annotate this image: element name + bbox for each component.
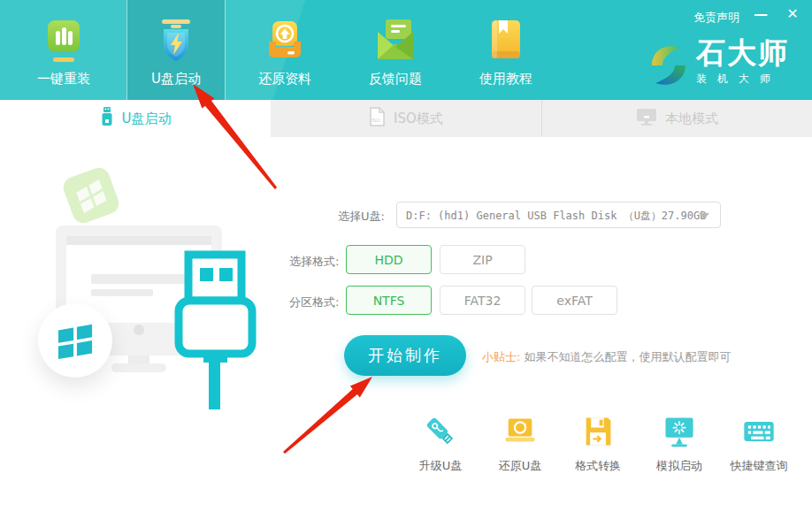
restore-tray-icon bbox=[264, 18, 306, 67]
nav-item-feedback[interactable]: 反馈问题 bbox=[347, 0, 444, 100]
tab-usb-boot[interactable]: U盘启动 bbox=[0, 100, 271, 137]
brand-tagline: 装机大师 bbox=[696, 72, 789, 87]
partition-label: 分区格式: bbox=[289, 294, 339, 310]
windows-tile-illustration bbox=[60, 164, 121, 225]
minimize-button[interactable]: — bbox=[750, 5, 771, 22]
tip-text: 如果不知道怎么配置，使用默认配置即可 bbox=[525, 350, 732, 363]
tool-label: 模拟启动 bbox=[640, 458, 719, 474]
tool-format-convert[interactable]: 格式转换 bbox=[558, 414, 638, 474]
chart-bars-icon bbox=[42, 18, 85, 67]
tip-label: 小贴士: bbox=[482, 350, 520, 363]
windows-logo-badge bbox=[38, 303, 112, 378]
tab-iso-mode[interactable]: ISO ISO模式 bbox=[271, 100, 541, 137]
start-create-button[interactable]: 开始制作 bbox=[344, 335, 466, 376]
tool-label: 快捷键查询 bbox=[719, 458, 799, 474]
format-option-hdd[interactable]: HDD bbox=[346, 245, 432, 274]
brand-logo: 石大师 装机大师 bbox=[648, 37, 789, 96]
tool-hotkey-lookup[interactable]: 快捷键查询 bbox=[719, 414, 799, 474]
nav-item-label: 使用教程 bbox=[479, 71, 532, 88]
nav-item-label: 一键重装 bbox=[37, 71, 90, 88]
nav-item-label: 还原资料 bbox=[258, 71, 311, 88]
usb-plug-illustration bbox=[172, 248, 261, 416]
partition-option-ntfs[interactable]: NTFS bbox=[346, 286, 432, 315]
iso-file-icon: ISO bbox=[369, 106, 386, 131]
nav-item-reinstall[interactable]: 一键重装 bbox=[15, 0, 112, 100]
usb-upgrade-icon bbox=[423, 436, 458, 453]
disclaimer-link[interactable]: 免责声明 bbox=[693, 10, 739, 26]
tool-label: 格式转换 bbox=[558, 458, 638, 474]
nav-item-label: 反馈问题 bbox=[369, 71, 422, 88]
tab-local-mode[interactable]: 本地模式 bbox=[541, 100, 812, 137]
nav-item-tutorial[interactable]: 使用教程 bbox=[457, 0, 555, 100]
brand-name: 石大师 bbox=[696, 37, 789, 69]
floppy-convert-icon bbox=[580, 436, 616, 453]
format-label: 选择格式: bbox=[289, 254, 339, 270]
format-option-zip[interactable]: ZIP bbox=[440, 245, 525, 274]
tab-label: 本地模式 bbox=[665, 111, 718, 127]
keyboard-icon bbox=[741, 436, 777, 453]
tool-label: 还原U盘 bbox=[480, 458, 560, 474]
tab-label: ISO模式 bbox=[394, 111, 443, 127]
laptop-restore-icon bbox=[502, 436, 538, 453]
mode-tabbar: U盘启动 ISO ISO模式 本地模式 bbox=[0, 100, 812, 137]
mail-icon bbox=[374, 18, 417, 67]
monitor-boot-icon bbox=[662, 436, 697, 453]
usb-select[interactable]: D:F: (hd1) General USB Flash Disk （U盘）27… bbox=[396, 202, 721, 228]
brand-logo-icon bbox=[648, 37, 689, 96]
tab-label: U盘启动 bbox=[122, 111, 172, 127]
annotation-arrow-start bbox=[283, 377, 372, 454]
nav-item-restore-data[interactable]: 还原资料 bbox=[236, 0, 333, 100]
tool-restore-usb[interactable]: 还原U盘 bbox=[480, 414, 560, 474]
usb-select-value: D:F: (hd1) General USB Flash Disk （U盘）27… bbox=[406, 209, 706, 224]
app-window: 一键重装 U盘启动 bbox=[0, 0, 812, 512]
usb-shield-icon bbox=[155, 18, 197, 67]
nav-item-usb-boot[interactable]: U盘启动 bbox=[126, 0, 226, 100]
tool-label: 升级U盘 bbox=[401, 458, 480, 474]
partition-option-exfat[interactable]: exFAT bbox=[532, 286, 617, 315]
tip-text-row: 小贴士: 如果不知道怎么配置，使用默认配置即可 bbox=[482, 349, 732, 365]
close-button[interactable]: ✕ bbox=[782, 5, 803, 22]
usb-select-label: 选择U盘: bbox=[338, 209, 385, 225]
tool-simulate-boot[interactable]: 模拟启动 bbox=[640, 414, 719, 474]
svg-text:ISO: ISO bbox=[372, 118, 380, 123]
tool-upgrade-usb[interactable]: 升级U盘 bbox=[401, 414, 480, 474]
monitor-icon bbox=[636, 107, 657, 130]
usb-drive-icon bbox=[100, 106, 114, 131]
book-icon bbox=[485, 18, 527, 67]
chevron-down-icon bbox=[699, 213, 709, 219]
partition-option-fat32[interactable]: FAT32 bbox=[440, 286, 525, 315]
nav-item-label: U盘启动 bbox=[151, 71, 201, 88]
header-bar: 一键重装 U盘启动 bbox=[0, 0, 812, 100]
